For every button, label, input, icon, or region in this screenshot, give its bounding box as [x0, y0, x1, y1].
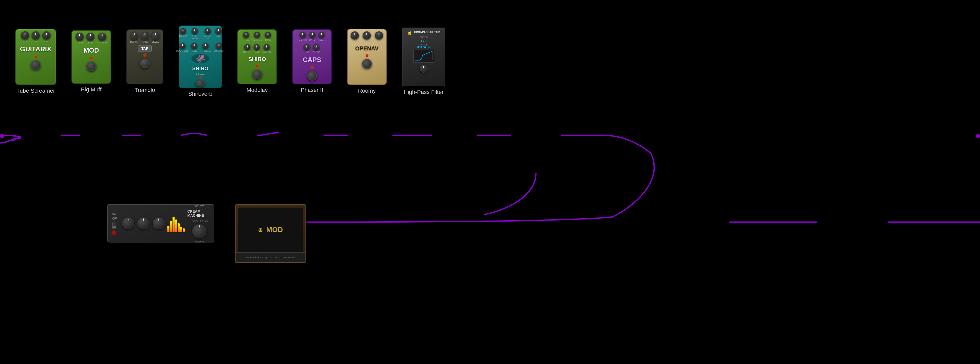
hpf-header: 🔒 HIGH-PASS FILTER: [407, 30, 440, 35]
depth-label-ml: DEPTH: [243, 51, 251, 53]
shiroverb-body[interactable]: DECAY PRE-DELAY EARLY-TAIL MIX ROOMSIZE …: [179, 25, 222, 88]
modulay-led: [256, 65, 259, 68]
roomy-led: [366, 54, 368, 57]
vumeter: [167, 215, 185, 232]
mod-cabinet-inner: ⊕ MOD: [238, 208, 303, 252]
tone-knob-sv[interactable]: [191, 43, 197, 49]
bottom-row: ON OFF guitarix CREAM MACHINE: [107, 204, 306, 263]
level-knob[interactable]: [42, 32, 51, 40]
damping-label-rm: DAMPING: [361, 40, 372, 43]
tap-button[interactable]: TAP: [138, 45, 151, 52]
time-knob-ml[interactable]: [243, 32, 249, 38]
reign-label-cp: REIGN: [318, 38, 325, 41]
big-muff-body[interactable]: TONE LEVEL SUSTAIN MOD: [72, 30, 111, 84]
vumeter-bar-5: [178, 223, 180, 232]
rate-knob-tr[interactable]: [141, 32, 149, 40]
reign-knob-cp[interactable]: [318, 32, 325, 38]
mod-name: MOD: [266, 226, 283, 234]
shiroverb-footswitch[interactable]: [196, 80, 205, 87]
caps-body[interactable]: DEPTH RATE REIGN LFO PHASE CAPS: [292, 29, 332, 84]
cream-machine[interactable]: ON OFF guitarix CREAM MACHINE: [107, 204, 215, 243]
tone-label-bm: TONE: [76, 41, 83, 44]
roomsize-label-sv: ROOMSIZE: [177, 49, 189, 52]
vumeter-bar-6: [180, 227, 182, 232]
level-label-bm: LEVEL: [87, 41, 94, 44]
on-label: ON: [112, 212, 118, 215]
pedal-shiroverb: DECAY PRE-DELAY EARLY-TAIL MIX ROOMSIZE …: [179, 25, 222, 97]
rate-knob-cp[interactable]: [309, 32, 315, 38]
mix-label-rm: MIX: [377, 40, 381, 43]
caps-footswitch[interactable]: [307, 71, 317, 81]
rate-label-tr: RATE: [142, 41, 148, 43]
shimmer-knob-sv[interactable]: [216, 43, 222, 49]
tone-knob-ml[interactable]: [265, 32, 271, 38]
early-tail-knob-sv[interactable]: [205, 28, 211, 34]
repeats-knob-ml[interactable]: [254, 32, 260, 38]
pedal-roomy: DECAY DAMPING MIX OPENAV Roomy: [347, 29, 387, 94]
mix-knob-sv[interactable]: [215, 28, 221, 34]
depth-knob-cp[interactable]: [300, 32, 306, 38]
tube-screamer-footswitch[interactable]: [31, 60, 41, 70]
caps-led: [311, 66, 313, 69]
lfo-knob-cp[interactable]: [304, 44, 310, 50]
depth-knob-tr[interactable]: [130, 32, 138, 40]
sustain-knob-bm[interactable]: [98, 33, 106, 41]
tube-screamer-body[interactable]: DRIVE TONE LEVEL GUITARIX: [15, 29, 56, 85]
cm-subtitle: POWER STAGE: [191, 219, 208, 222]
tone-knob[interactable]: [32, 32, 40, 40]
modulay-footswitch[interactable]: [252, 70, 262, 79]
depth-label-tr: DEPTH: [130, 41, 138, 43]
decay-knob-sv[interactable]: [180, 28, 186, 34]
modulay-body[interactable]: TIME REPEATS TONE DEPTH RATE MORPH SHIRO: [237, 29, 277, 84]
decay-label-sv: DECAY: [179, 35, 187, 37]
pre-delay-knob-sv[interactable]: [192, 28, 198, 34]
vumeter-bar-7: [183, 229, 185, 232]
modulay-label: Modulay: [247, 87, 268, 94]
volume-knob-cm[interactable]: [192, 224, 207, 238]
roomy-body[interactable]: DECAY DAMPING MIX OPENAV: [347, 29, 387, 85]
level-knob-tr[interactable]: [151, 32, 160, 40]
modulay-name: SHIRO: [248, 56, 266, 62]
tone-knob-bm[interactable]: [76, 33, 84, 41]
hpf-title: HIGH-PASS FILTER: [414, 31, 440, 34]
interval-knob-sv[interactable]: [202, 43, 208, 49]
tube-screamer-led: [35, 56, 37, 58]
level-knob-bm[interactable]: [86, 33, 94, 41]
toggle-switch[interactable]: [112, 222, 116, 229]
phase-knob-cp[interactable]: [313, 44, 319, 50]
big-muff-led: [90, 57, 93, 59]
cm-knob-3[interactable]: [153, 217, 165, 229]
pedal-hpf: 🔒 HIGH-PASS FILTER ORDER 1 2 4 FREQ 600.…: [402, 27, 445, 95]
cream-machine-knobs: [122, 217, 165, 229]
tone-label-sv: TONE: [191, 49, 197, 52]
tremolo-footswitch[interactable]: [140, 59, 150, 68]
morph-knob-ml[interactable]: [264, 44, 270, 50]
depth-knob-ml[interactable]: [244, 44, 250, 50]
drive-knob[interactable]: [21, 32, 29, 40]
vumeter-bar-1: [167, 226, 169, 232]
cm-knob-1[interactable]: [122, 217, 134, 229]
cm-brand: guitarix: [194, 204, 204, 207]
lock-icon: 🔒: [407, 30, 412, 35]
mod-footer: E/E • model • attStage: 2 x 12 • OUTPUT …: [235, 253, 305, 262]
pedals-row: DRIVE TONE LEVEL GUITARIX Tube Screamer: [15, 25, 445, 97]
roomy-footswitch[interactable]: [362, 59, 372, 69]
mod-cabinet[interactable]: ⊕ MOD E/E • model • attStage: 2 x 12 • O…: [235, 204, 306, 263]
output-port-right: [976, 134, 980, 138]
tremolo-led: [144, 54, 146, 56]
shiroverb-name: SHIRO: [192, 65, 208, 72]
interval-label-sv: INTERVAL: [200, 49, 211, 52]
big-muff-footswitch[interactable]: [86, 62, 96, 71]
tremolo-body[interactable]: DEPTH RATE LEVEL TAP: [126, 29, 163, 84]
roomsize-knob-sv[interactable]: [180, 43, 186, 49]
hpf-graph: f: [414, 50, 434, 62]
decay-knob-rm[interactable]: [351, 32, 359, 40]
off-label: OFF: [112, 217, 118, 220]
hpf-freq-value: 600.00 Hz: [417, 46, 430, 49]
damping-knob-rm[interactable]: [363, 32, 371, 40]
hpf-body[interactable]: 🔒 HIGH-PASS FILTER ORDER 1 2 4 FREQ 600.…: [402, 27, 445, 86]
rate-knob-ml[interactable]: [254, 44, 260, 50]
freq-knob-hpf[interactable]: [420, 65, 428, 73]
mix-knob-rm[interactable]: [375, 32, 383, 40]
cm-knob-2[interactable]: [137, 217, 150, 229]
